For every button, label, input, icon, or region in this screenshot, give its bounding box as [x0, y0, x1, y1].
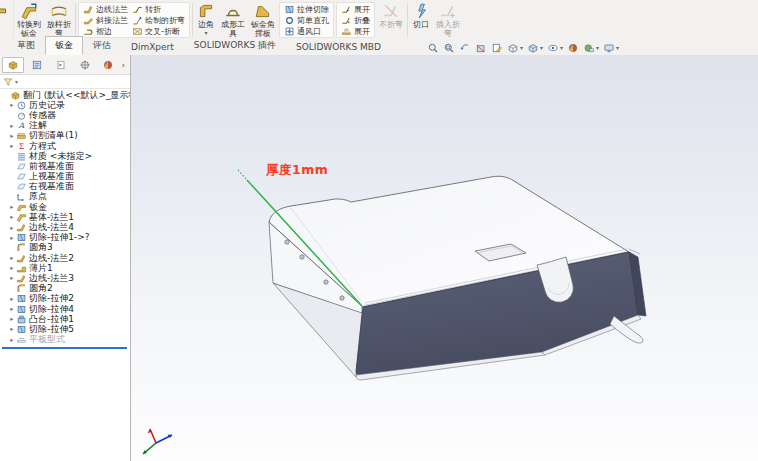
expand-arrow-icon[interactable]: ▸: [8, 264, 16, 272]
tree-item[interactable]: ▸A注解: [0, 121, 130, 131]
tab-SOLIDWORKS 插件[interactable]: SOLIDWORKS 插件: [184, 36, 286, 55]
apply-scene-button[interactable]: ▾: [583, 42, 599, 54]
panel-expand-chevron[interactable]: ›: [121, 60, 128, 70]
vent-label: 通风口: [297, 26, 321, 37]
no-bends-button[interactable]: 不折弯: [376, 1, 406, 39]
expand-arrow-icon[interactable]: ▸: [8, 234, 16, 242]
extruded-cut-button[interactable]: 拉伸切除: [284, 4, 329, 15]
cross-break-button[interactable]: 交叉-折断: [132, 26, 185, 37]
expand-arrow-icon[interactable]: ▸: [8, 295, 16, 303]
tab-DimXpert[interactable]: DimXpert: [121, 39, 184, 55]
tree-item[interactable]: 上视基准面: [0, 172, 130, 182]
section-view-button[interactable]: [475, 42, 487, 54]
expand-arrow-icon[interactable]: ▸: [8, 325, 16, 333]
expand-arrow-icon[interactable]: ▸: [8, 203, 16, 211]
tree-item[interactable]: 传感器: [0, 110, 130, 120]
tree-item[interactable]: ▸边线-法兰4: [0, 222, 130, 232]
tree-item-label: 原点: [29, 192, 47, 202]
edge-flange-label: 边线法兰: [96, 4, 128, 15]
dynamic-annotation-views-button[interactable]: [491, 42, 503, 54]
tab-草图[interactable]: 草图: [7, 36, 45, 55]
rip-button[interactable]: 切口: [409, 1, 433, 39]
convert-to-sheet-metal-button[interactable]: 转换到钣金: [14, 1, 44, 39]
simple-hole-button[interactable]: 简单直孔: [284, 15, 329, 26]
sheet-metal-gusset-button[interactable]: 钣金角撑板: [248, 1, 278, 39]
tree-item[interactable]: 材质 <未指定>: [0, 151, 130, 161]
cross-icon: [132, 26, 143, 37]
edit-appearance-button[interactable]: [567, 42, 579, 54]
tree-item[interactable]: ▸薄片1: [0, 263, 130, 273]
tree-item[interactable]: ▸切除-拉伸1->?: [0, 233, 130, 243]
sketched-bend-button[interactable]: 绘制的折弯: [132, 15, 185, 26]
miter-flange-button[interactable]: 斜接法兰: [83, 15, 128, 26]
hide-show-items-button[interactable]: ▾: [547, 42, 563, 54]
tree-item[interactable]: ▸平板型式: [0, 335, 130, 345]
cutlist-icon: [16, 131, 27, 141]
view-settings-button[interactable]: ▾: [603, 42, 619, 54]
tree-item[interactable]: 原点: [0, 192, 130, 202]
clipped-ribbon-button[interactable]: [0, 1, 14, 39]
sheet-metal-part[interactable]: [238, 170, 646, 380]
tree-filter[interactable]: ▾: [0, 75, 130, 89]
expand-arrow-icon[interactable]: ▸: [8, 122, 16, 130]
tree-item[interactable]: ▸基体-法兰1: [0, 212, 130, 222]
tab-SOLIDWORKS MBD[interactable]: SOLIDWORKS MBD: [286, 39, 391, 55]
flange-icon: [83, 4, 94, 15]
convert-icon: [20, 2, 38, 20]
tree-item[interactable]: ▸切除-拉伸2: [0, 294, 130, 304]
tree-item[interactable]: 前视基准面: [0, 161, 130, 171]
model-canvas[interactable]: [131, 55, 758, 461]
rollback-bar[interactable]: [2, 347, 127, 349]
edge-flange-button[interactable]: 边线法兰: [83, 4, 128, 15]
origin-icon: [16, 192, 27, 202]
insert-bends-button[interactable]: 插入折弯: [433, 1, 463, 39]
tree-item[interactable]: ▸凸台-拉伸1: [0, 314, 130, 324]
tree-item[interactable]: 圆角2: [0, 284, 130, 294]
fold-button[interactable]: 折叠: [341, 15, 370, 26]
tree-item[interactable]: ▸边线-法兰2: [0, 253, 130, 263]
tab-评估[interactable]: 评估: [83, 36, 121, 55]
previous-view-button[interactable]: [459, 42, 471, 54]
expand-arrow-icon[interactable]: ▸: [8, 336, 16, 344]
vent-button[interactable]: 通风口: [284, 26, 329, 37]
view-orientation-button[interactable]: ▾: [507, 42, 523, 54]
tree-item-label: 历史记录: [29, 100, 65, 110]
tab-钣金[interactable]: 钣金: [45, 36, 83, 55]
expand-arrow-icon[interactable]: ▸: [8, 142, 16, 150]
featuremanager-design-tree-tab[interactable]: [2, 57, 24, 73]
tree-item[interactable]: ▸Σ方程式: [0, 141, 130, 151]
tree-item[interactable]: ▸切除-拉伸5: [0, 324, 130, 334]
tree-item[interactable]: ▸切割清单(1): [0, 131, 130, 141]
expand-arrow-icon[interactable]: ▸: [8, 254, 16, 262]
expand-arrow-icon[interactable]: ▸: [8, 274, 16, 282]
lofted-bend-button[interactable]: 放样折弯: [44, 1, 74, 39]
forming-tool-button[interactable]: 成形工具: [218, 1, 248, 39]
tree-item[interactable]: ▸边线-法兰3: [0, 273, 130, 283]
expand-arrow-icon[interactable]: ▸: [8, 305, 16, 313]
expand-arrow-icon[interactable]: ▸: [8, 224, 16, 232]
view-orientation-icon: [507, 42, 519, 54]
jog-button[interactable]: 转折: [132, 4, 185, 15]
zoom-to-area-button[interactable]: [443, 42, 455, 54]
viewport[interactable]: 厚度1mm: [131, 55, 758, 461]
display-style-button[interactable]: ▾: [527, 42, 543, 54]
tree-item[interactable]: ▸历史记录: [0, 100, 130, 110]
dimxpertmanager-tab[interactable]: [74, 57, 96, 73]
tree-item[interactable]: 圆角3: [0, 243, 130, 253]
unfold-button[interactable]: 展开: [341, 4, 370, 15]
tree-item[interactable]: ▸钣金: [0, 202, 130, 212]
expand-arrow-icon[interactable]: ▸: [8, 101, 16, 109]
propertymanager-tab[interactable]: [26, 57, 48, 73]
flatten-button[interactable]: 展开: [341, 26, 370, 37]
configurationmanager-tab[interactable]: [50, 57, 72, 73]
expand-arrow-icon[interactable]: ▸: [8, 213, 16, 221]
tree-item[interactable]: ▸切除-拉伸4: [0, 304, 130, 314]
expand-arrow-icon[interactable]: ▸: [8, 315, 16, 323]
corner-button[interactable]: 边角▾: [194, 1, 218, 39]
tree-item[interactable]: 右视基准面: [0, 182, 130, 192]
tree-root-item[interactable]: 翻门 (默认<<默认>_显示状态 1>)->?: [0, 90, 130, 100]
expand-arrow-icon[interactable]: ▸: [8, 132, 16, 140]
zoom-to-fit-button[interactable]: [427, 42, 439, 54]
apply-scene-icon: [583, 42, 595, 54]
displaymanager-tab[interactable]: [98, 57, 120, 73]
